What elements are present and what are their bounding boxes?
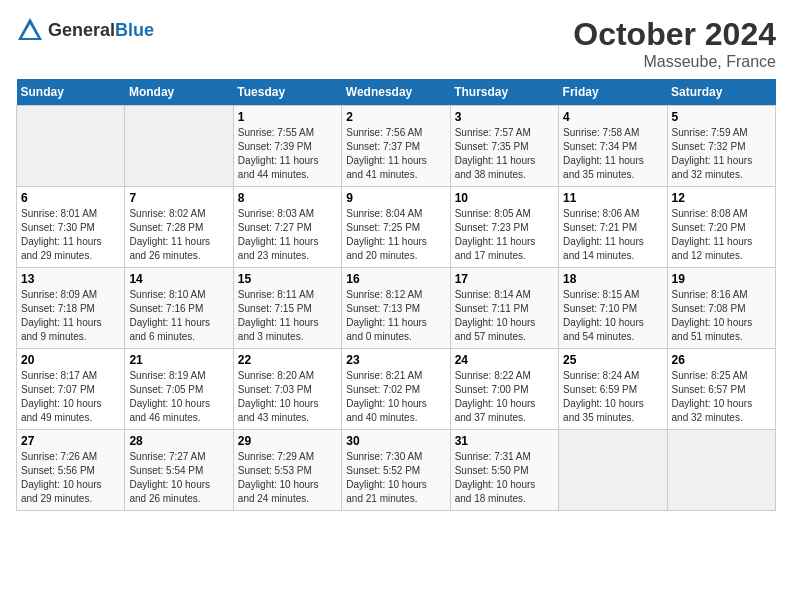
calendar-cell: 7Sunrise: 8:02 AM Sunset: 7:28 PM Daylig…	[125, 187, 233, 268]
title-area: October 2024 Masseube, France	[573, 16, 776, 71]
day-info: Sunrise: 8:16 AM Sunset: 7:08 PM Dayligh…	[672, 288, 771, 344]
calendar-cell	[559, 430, 667, 511]
calendar-cell: 1Sunrise: 7:55 AM Sunset: 7:39 PM Daylig…	[233, 106, 341, 187]
day-info: Sunrise: 8:01 AM Sunset: 7:30 PM Dayligh…	[21, 207, 120, 263]
calendar-cell: 6Sunrise: 8:01 AM Sunset: 7:30 PM Daylig…	[17, 187, 125, 268]
day-number: 6	[21, 191, 120, 205]
day-number: 22	[238, 353, 337, 367]
day-number: 9	[346, 191, 445, 205]
calendar-cell: 14Sunrise: 8:10 AM Sunset: 7:16 PM Dayli…	[125, 268, 233, 349]
day-number: 2	[346, 110, 445, 124]
calendar-week-row: 27Sunrise: 7:26 AM Sunset: 5:56 PM Dayli…	[17, 430, 776, 511]
calendar-cell: 4Sunrise: 7:58 AM Sunset: 7:34 PM Daylig…	[559, 106, 667, 187]
day-number: 7	[129, 191, 228, 205]
day-number: 13	[21, 272, 120, 286]
day-number: 25	[563, 353, 662, 367]
calendar-cell: 21Sunrise: 8:19 AM Sunset: 7:05 PM Dayli…	[125, 349, 233, 430]
weekday-header-sunday: Sunday	[17, 79, 125, 106]
day-number: 4	[563, 110, 662, 124]
calendar-cell: 22Sunrise: 8:20 AM Sunset: 7:03 PM Dayli…	[233, 349, 341, 430]
day-number: 14	[129, 272, 228, 286]
day-info: Sunrise: 7:29 AM Sunset: 5:53 PM Dayligh…	[238, 450, 337, 506]
weekday-header-friday: Friday	[559, 79, 667, 106]
day-info: Sunrise: 7:58 AM Sunset: 7:34 PM Dayligh…	[563, 126, 662, 182]
weekday-header-thursday: Thursday	[450, 79, 558, 106]
day-info: Sunrise: 8:22 AM Sunset: 7:00 PM Dayligh…	[455, 369, 554, 425]
day-info: Sunrise: 8:09 AM Sunset: 7:18 PM Dayligh…	[21, 288, 120, 344]
calendar-cell	[667, 430, 775, 511]
logo-blue: Blue	[115, 20, 154, 40]
calendar-cell: 9Sunrise: 8:04 AM Sunset: 7:25 PM Daylig…	[342, 187, 450, 268]
day-info: Sunrise: 8:14 AM Sunset: 7:11 PM Dayligh…	[455, 288, 554, 344]
day-number: 1	[238, 110, 337, 124]
day-number: 20	[21, 353, 120, 367]
calendar-cell: 31Sunrise: 7:31 AM Sunset: 5:50 PM Dayli…	[450, 430, 558, 511]
day-info: Sunrise: 8:03 AM Sunset: 7:27 PM Dayligh…	[238, 207, 337, 263]
day-info: Sunrise: 8:15 AM Sunset: 7:10 PM Dayligh…	[563, 288, 662, 344]
day-info: Sunrise: 8:19 AM Sunset: 7:05 PM Dayligh…	[129, 369, 228, 425]
day-info: Sunrise: 7:30 AM Sunset: 5:52 PM Dayligh…	[346, 450, 445, 506]
day-info: Sunrise: 7:27 AM Sunset: 5:54 PM Dayligh…	[129, 450, 228, 506]
day-info: Sunrise: 8:02 AM Sunset: 7:28 PM Dayligh…	[129, 207, 228, 263]
day-info: Sunrise: 7:57 AM Sunset: 7:35 PM Dayligh…	[455, 126, 554, 182]
calendar-cell: 20Sunrise: 8:17 AM Sunset: 7:07 PM Dayli…	[17, 349, 125, 430]
logo-icon	[16, 16, 44, 44]
day-info: Sunrise: 7:59 AM Sunset: 7:32 PM Dayligh…	[672, 126, 771, 182]
day-number: 10	[455, 191, 554, 205]
day-number: 8	[238, 191, 337, 205]
day-number: 27	[21, 434, 120, 448]
day-info: Sunrise: 8:05 AM Sunset: 7:23 PM Dayligh…	[455, 207, 554, 263]
calendar-cell: 17Sunrise: 8:14 AM Sunset: 7:11 PM Dayli…	[450, 268, 558, 349]
calendar-cell	[125, 106, 233, 187]
day-info: Sunrise: 8:11 AM Sunset: 7:15 PM Dayligh…	[238, 288, 337, 344]
location-title: Masseube, France	[573, 53, 776, 71]
calendar-cell: 30Sunrise: 7:30 AM Sunset: 5:52 PM Dayli…	[342, 430, 450, 511]
day-number: 19	[672, 272, 771, 286]
day-info: Sunrise: 8:12 AM Sunset: 7:13 PM Dayligh…	[346, 288, 445, 344]
day-info: Sunrise: 7:55 AM Sunset: 7:39 PM Dayligh…	[238, 126, 337, 182]
day-number: 12	[672, 191, 771, 205]
calendar-cell: 18Sunrise: 8:15 AM Sunset: 7:10 PM Dayli…	[559, 268, 667, 349]
day-number: 26	[672, 353, 771, 367]
day-info: Sunrise: 8:10 AM Sunset: 7:16 PM Dayligh…	[129, 288, 228, 344]
month-title: October 2024	[573, 16, 776, 53]
calendar-table: SundayMondayTuesdayWednesdayThursdayFrid…	[16, 79, 776, 511]
day-info: Sunrise: 7:56 AM Sunset: 7:37 PM Dayligh…	[346, 126, 445, 182]
day-number: 21	[129, 353, 228, 367]
day-number: 24	[455, 353, 554, 367]
logo: GeneralBlue	[16, 16, 154, 44]
day-info: Sunrise: 8:24 AM Sunset: 6:59 PM Dayligh…	[563, 369, 662, 425]
calendar-cell: 28Sunrise: 7:27 AM Sunset: 5:54 PM Dayli…	[125, 430, 233, 511]
weekday-header-wednesday: Wednesday	[342, 79, 450, 106]
calendar-cell: 15Sunrise: 8:11 AM Sunset: 7:15 PM Dayli…	[233, 268, 341, 349]
day-info: Sunrise: 8:25 AM Sunset: 6:57 PM Dayligh…	[672, 369, 771, 425]
day-info: Sunrise: 7:26 AM Sunset: 5:56 PM Dayligh…	[21, 450, 120, 506]
logo-general: General	[48, 20, 115, 40]
calendar-cell: 10Sunrise: 8:05 AM Sunset: 7:23 PM Dayli…	[450, 187, 558, 268]
calendar-cell: 29Sunrise: 7:29 AM Sunset: 5:53 PM Dayli…	[233, 430, 341, 511]
weekday-header-row: SundayMondayTuesdayWednesdayThursdayFrid…	[17, 79, 776, 106]
day-number: 15	[238, 272, 337, 286]
day-info: Sunrise: 8:20 AM Sunset: 7:03 PM Dayligh…	[238, 369, 337, 425]
calendar-week-row: 1Sunrise: 7:55 AM Sunset: 7:39 PM Daylig…	[17, 106, 776, 187]
calendar-cell: 19Sunrise: 8:16 AM Sunset: 7:08 PM Dayli…	[667, 268, 775, 349]
calendar-week-row: 13Sunrise: 8:09 AM Sunset: 7:18 PM Dayli…	[17, 268, 776, 349]
calendar-cell: 12Sunrise: 8:08 AM Sunset: 7:20 PM Dayli…	[667, 187, 775, 268]
calendar-week-row: 20Sunrise: 8:17 AM Sunset: 7:07 PM Dayli…	[17, 349, 776, 430]
day-number: 11	[563, 191, 662, 205]
day-number: 30	[346, 434, 445, 448]
day-info: Sunrise: 8:04 AM Sunset: 7:25 PM Dayligh…	[346, 207, 445, 263]
day-number: 3	[455, 110, 554, 124]
calendar-cell: 26Sunrise: 8:25 AM Sunset: 6:57 PM Dayli…	[667, 349, 775, 430]
calendar-cell: 3Sunrise: 7:57 AM Sunset: 7:35 PM Daylig…	[450, 106, 558, 187]
day-number: 28	[129, 434, 228, 448]
header: GeneralBlue October 2024 Masseube, Franc…	[16, 16, 776, 71]
day-info: Sunrise: 7:31 AM Sunset: 5:50 PM Dayligh…	[455, 450, 554, 506]
day-number: 18	[563, 272, 662, 286]
calendar-cell: 24Sunrise: 8:22 AM Sunset: 7:00 PM Dayli…	[450, 349, 558, 430]
day-number: 16	[346, 272, 445, 286]
calendar-cell: 13Sunrise: 8:09 AM Sunset: 7:18 PM Dayli…	[17, 268, 125, 349]
day-info: Sunrise: 8:06 AM Sunset: 7:21 PM Dayligh…	[563, 207, 662, 263]
calendar-cell: 25Sunrise: 8:24 AM Sunset: 6:59 PM Dayli…	[559, 349, 667, 430]
calendar-cell: 5Sunrise: 7:59 AM Sunset: 7:32 PM Daylig…	[667, 106, 775, 187]
